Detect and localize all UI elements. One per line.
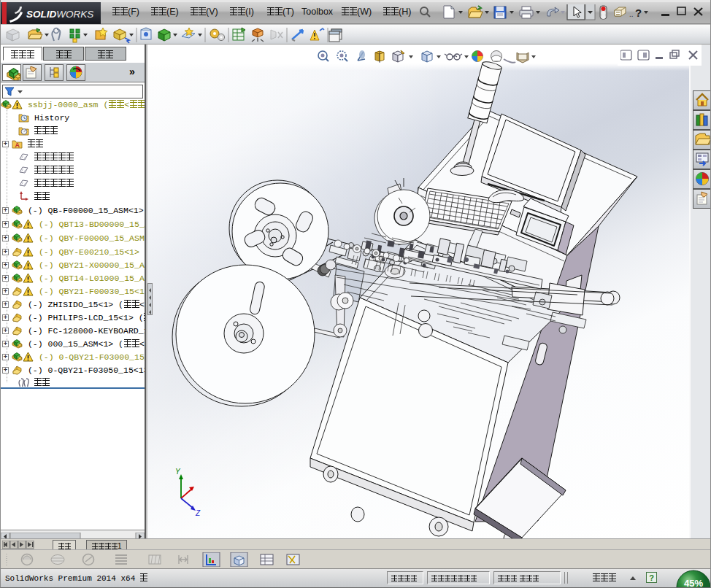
svg-text:Z: Z (195, 509, 201, 517)
svg-text:45%: 45% (684, 578, 703, 588)
svg-text:Y: Y (175, 468, 181, 476)
svg-text:?: ? (635, 7, 642, 19)
svg-text:..: .. (629, 10, 634, 18)
